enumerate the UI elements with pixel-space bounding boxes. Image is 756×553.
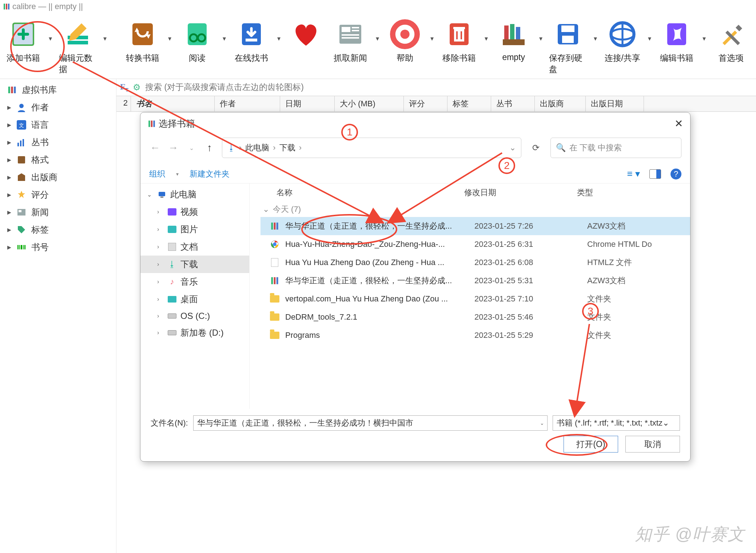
virtual-library-item[interactable]: 虚拟书库: [0, 81, 116, 99]
recent-locations-button[interactable]: ⌄: [186, 145, 197, 151]
file-row[interactable]: Hua-Yu-Hua-Zheng-Dao-_Zou-Zheng-Hua-...2…: [260, 235, 690, 253]
searchbar: FT ⚙: [116, 79, 756, 96]
sidebar-item[interactable]: ▶丛书: [0, 134, 116, 151]
dropdown-arrow-icon[interactable]: [275, 17, 282, 60]
col-pubdate[interactable]: 出版日期: [586, 96, 644, 111]
sidebar-item[interactable]: ▶作者: [0, 99, 116, 116]
new-folder-button[interactable]: 新建文件夹: [190, 169, 230, 179]
chevron-down-icon[interactable]: ⌄: [663, 418, 669, 428]
close-icon[interactable]: ✕: [675, 118, 683, 130]
sidebar-item[interactable]: ▶出版商: [0, 169, 116, 186]
view-options-icon[interactable]: ≡ ▾: [627, 168, 640, 179]
file-date: 2023-01-25 5:31: [474, 276, 587, 285]
col-name[interactable]: 名称: [260, 187, 464, 198]
search-input[interactable]: [145, 82, 752, 92]
fulltext-search-icon[interactable]: FT: [120, 82, 128, 93]
col-date[interactable]: 日期: [280, 96, 335, 111]
folder-icon: [269, 312, 280, 323]
watermark: 知乎 @叶赛文: [635, 523, 745, 546]
dropdown-arrow-icon[interactable]: [700, 17, 708, 60]
help-button[interactable]: 帮助: [383, 17, 426, 66]
preferences-button[interactable]: 首选项: [710, 17, 752, 66]
forward-button[interactable]: →: [167, 142, 179, 154]
svg-rect-55: [151, 121, 152, 127]
dropdown-arrow-icon[interactable]: [220, 17, 228, 60]
col-rating[interactable]: 评分: [404, 96, 447, 111]
sidebar-item[interactable]: ▶书号: [0, 238, 116, 256]
col-size[interactable]: 大小 (MB): [335, 96, 404, 111]
fetch-news-icon: [335, 19, 366, 50]
col-author[interactable]: 作者: [215, 96, 280, 111]
preview-pane-icon[interactable]: [649, 169, 661, 179]
col-tags[interactable]: 标签: [447, 96, 491, 111]
up-button[interactable]: ↑: [204, 142, 215, 154]
cancel-button[interactable]: 取消: [625, 436, 680, 453]
help-icon[interactable]: ?: [671, 169, 681, 179]
remove-books-button[interactable]: 移除书籍: [438, 17, 480, 66]
file-row[interactable]: 华与华正道（走正道，很轻松，一生坚持必成...2023-01-25 7:26AZ…: [260, 217, 690, 235]
tree-item[interactable]: ›图片: [140, 221, 249, 238]
dropdown-arrow-icon[interactable]: [537, 17, 545, 60]
sidebar-item[interactable]: ▶评分: [0, 186, 116, 204]
tree-item[interactable]: ›桌面: [140, 291, 249, 308]
gear-icon[interactable]: ⚙: [133, 82, 141, 92]
file-type-filter[interactable]: 书籍 (*.lrf; *.rtf; *.lit; *.txt; *.txtz ⌄: [553, 415, 680, 431]
edit-metadata-button[interactable]: 编辑元数据: [57, 17, 99, 77]
dropdown-arrow-icon[interactable]: [101, 17, 109, 60]
toolbar-label: 在线找书: [235, 52, 268, 64]
filename-input[interactable]: 华与华正道（走正道，很轻松，一生坚持必成功！横扫中国市 ⌄: [193, 415, 548, 431]
file-group-today[interactable]: ⌄ 今天 (7): [260, 202, 690, 217]
dropdown-arrow-icon[interactable]: [428, 17, 436, 60]
dropdown-arrow-icon[interactable]: [646, 17, 653, 60]
refresh-icon[interactable]: ⟳: [528, 143, 544, 153]
toolbar-label: 抓取新闻: [334, 52, 367, 64]
organize-button[interactable]: 组织: [149, 169, 165, 179]
back-button[interactable]: ←: [149, 142, 161, 154]
dropdown-arrow-icon[interactable]: [591, 17, 599, 60]
sidebar-item[interactable]: ▶新闻: [0, 204, 116, 221]
open-button[interactable]: 打开(O): [564, 436, 618, 453]
col-date[interactable]: 修改日期: [464, 187, 577, 198]
fetch-news-button[interactable]: 抓取新闻: [329, 17, 371, 66]
titlebar: calibre — || empty ||: [0, 0, 756, 13]
tree-item[interactable]: ›新加卷 (D:): [140, 324, 249, 341]
save-to-disk-button[interactable]: 保存到硬盘: [547, 17, 589, 77]
dropdown-arrow-icon[interactable]: [374, 17, 381, 60]
col-type[interactable]: 类型: [577, 187, 690, 198]
col-series[interactable]: 丛书: [491, 96, 535, 111]
donate-button[interactable]: [285, 17, 327, 55]
sidebar-item[interactable]: ▶文语言: [0, 116, 116, 134]
add-books-button[interactable]: 添加书籍: [2, 17, 44, 66]
file-row[interactable]: Hua Yu Hua Zheng Dao (Zou Zheng - Hua ..…: [260, 253, 690, 272]
tree-label: 桌面: [180, 293, 198, 305]
breadcrumb-part[interactable]: 下载: [279, 142, 295, 153]
tree-item[interactable]: ›⭳下载: [140, 256, 249, 273]
tree-item[interactable]: ⌄此电脑: [140, 186, 249, 203]
get-books-button[interactable]: 在线找书: [230, 17, 272, 66]
connect-share-button[interactable]: 连接/共享: [601, 17, 644, 66]
col-title[interactable]: 书名: [131, 96, 215, 111]
dropdown-arrow-icon[interactable]: [166, 17, 174, 60]
tree-item[interactable]: ›♪音乐: [140, 273, 249, 291]
file-row[interactable]: 华与华正道（走正道，很轻松，一生坚持必成...2023-01-25 5:31AZ…: [260, 272, 690, 290]
dropdown-arrow-icon[interactable]: [482, 17, 490, 60]
chevron-down-icon[interactable]: ⌄: [540, 420, 544, 426]
sidebar-item[interactable]: ▶格式: [0, 151, 116, 169]
tree-item[interactable]: ›OS (C:): [140, 308, 249, 324]
breadcrumb[interactable]: ⭳ › 此电脑 › 下载 › ⌄: [222, 138, 521, 158]
edit-book-button[interactable]: 编辑书籍: [656, 17, 698, 66]
dropdown-arrow-icon[interactable]: [47, 17, 54, 60]
col-publisher[interactable]: 出版商: [535, 96, 586, 111]
breadcrumb-part[interactable]: 此电脑: [245, 142, 269, 153]
dialog-search-input[interactable]: 🔍 在 下载 中搜索: [550, 138, 681, 158]
tree-item[interactable]: ›文档: [140, 238, 249, 256]
file-row[interactable]: Programs2023-01-25 5:29文件夹: [260, 326, 690, 344]
library-button[interactable]: empty: [493, 17, 535, 64]
read-button[interactable]: 阅读: [176, 17, 218, 66]
file-row[interactable]: vertopal.com_Hua Yu Hua Zheng Dao (Zou .…: [260, 290, 690, 308]
sidebar-item[interactable]: ▶标签: [0, 221, 116, 238]
tree-item[interactable]: ›视频: [140, 203, 249, 221]
convert-books-button[interactable]: 转换书籍: [122, 17, 164, 66]
chevron-down-icon[interactable]: ⌄: [509, 143, 516, 153]
file-row[interactable]: DeDRM_tools_7.2.12023-01-25 5:46文件夹: [260, 308, 690, 326]
